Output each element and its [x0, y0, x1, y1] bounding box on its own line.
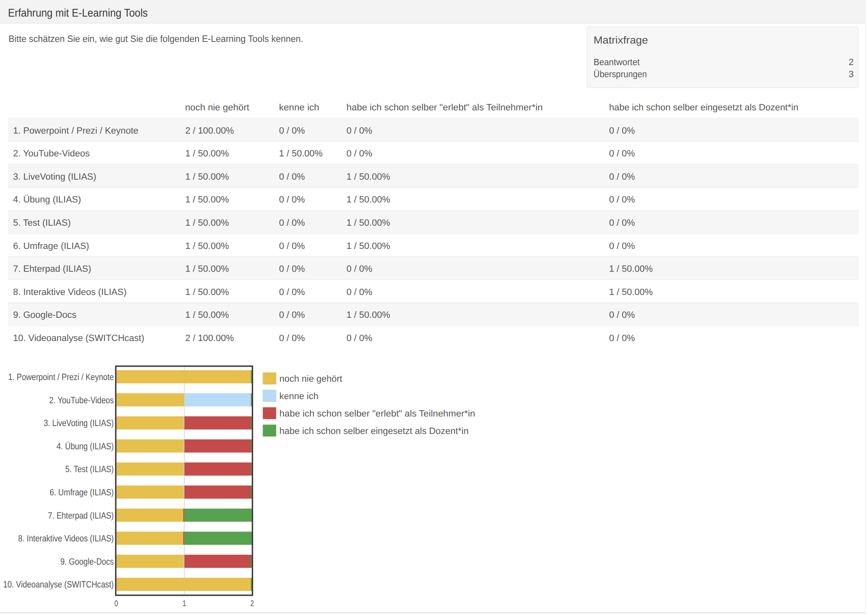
- svg-text:1 / 50.00%: 1 / 50.00%: [185, 241, 229, 251]
- svg-text:0 / 0%: 0 / 0%: [609, 309, 635, 320]
- svg-text:1 / 50.00%: 1 / 50.00%: [346, 194, 390, 205]
- svg-text:0 / 0%: 0 / 0%: [279, 125, 305, 136]
- svg-text:0 / 0%: 0 / 0%: [279, 217, 305, 228]
- svg-text:0 / 0%: 0 / 0%: [609, 333, 635, 343]
- svg-text:habe ich schon selber "erlebt": habe ich schon selber "erlebt" als Teiln…: [279, 408, 475, 419]
- svg-text:10. Videoanalyse (SWITCHcast): 10. Videoanalyse (SWITCHcast): [13, 333, 144, 343]
- svg-text:2: 2: [250, 599, 254, 608]
- svg-text:0 / 0%: 0 / 0%: [609, 171, 635, 182]
- svg-text:Übersprungen: Übersprungen: [594, 69, 647, 79]
- svg-text:4. Übung (ILIAS): 4. Übung (ILIAS): [13, 194, 81, 205]
- svg-text:0 / 0%: 0 / 0%: [609, 217, 635, 228]
- svg-text:1 / 50.00%: 1 / 50.00%: [185, 148, 229, 158]
- svg-text:3. LiveVoting (ILIAS): 3. LiveVoting (ILIAS): [13, 171, 97, 182]
- svg-text:1 / 50.00%: 1 / 50.00%: [185, 309, 229, 320]
- svg-text:0 / 0%: 0 / 0%: [346, 125, 372, 136]
- svg-text:1 / 50.00%: 1 / 50.00%: [609, 263, 653, 274]
- svg-text:1. Powerpoint / Prezi / Keynot: 1. Powerpoint / Prezi / Keynote: [13, 125, 139, 136]
- svg-text:10. Videoanalyse (SWITCHcast): 10. Videoanalyse (SWITCHcast): [3, 579, 114, 590]
- svg-text:2. YouTube-Videos: 2. YouTube-Videos: [13, 148, 90, 158]
- svg-text:0 / 0%: 0 / 0%: [609, 194, 635, 205]
- svg-text:0 / 0%: 0 / 0%: [279, 194, 305, 205]
- svg-text:9. Google-Docs: 9. Google-Docs: [60, 556, 114, 567]
- svg-text:2 / 100.00%: 2 / 100.00%: [185, 333, 234, 343]
- svg-text:habe ich schon selber eingeset: habe ich schon selber eingesetzt als Doz…: [609, 102, 798, 112]
- svg-text:0 / 0%: 0 / 0%: [609, 148, 635, 158]
- svg-text:1 / 50.00%: 1 / 50.00%: [185, 263, 229, 274]
- svg-text:7. Ehterpad (ILIAS): 7. Ehterpad (ILIAS): [48, 510, 114, 521]
- svg-text:1 / 50.00%: 1 / 50.00%: [185, 287, 229, 297]
- svg-text:noch nie gehört: noch nie gehört: [185, 102, 249, 112]
- svg-text:6. Umfrage (ILIAS): 6. Umfrage (ILIAS): [50, 487, 114, 497]
- svg-text:1 / 50.00%: 1 / 50.00%: [185, 217, 229, 228]
- svg-text:Erfahrung mit E-Learning Tools: Erfahrung mit E-Learning Tools: [8, 7, 148, 19]
- svg-text:1. Powerpoint / Prezi / Keynot: 1. Powerpoint / Prezi / Keynote: [8, 372, 114, 382]
- svg-text:1 / 50.00%: 1 / 50.00%: [609, 287, 653, 297]
- svg-text:0 / 0%: 0 / 0%: [346, 333, 372, 343]
- svg-text:kenne ich: kenne ich: [279, 391, 318, 401]
- svg-text:noch nie gehört: noch nie gehört: [279, 373, 342, 384]
- svg-text:1 / 50.00%: 1 / 50.00%: [346, 309, 390, 320]
- svg-text:2 / 100.00%: 2 / 100.00%: [185, 125, 234, 136]
- svg-text:0 / 0%: 0 / 0%: [609, 241, 635, 251]
- svg-text:1 / 50.00%: 1 / 50.00%: [346, 241, 390, 251]
- svg-text:0 / 0%: 0 / 0%: [279, 263, 305, 274]
- svg-text:0 / 0%: 0 / 0%: [279, 333, 305, 343]
- svg-text:9. Google-Docs: 9. Google-Docs: [13, 309, 77, 320]
- svg-text:0 / 0%: 0 / 0%: [609, 125, 635, 136]
- svg-text:3. LiveVoting (ILIAS): 3. LiveVoting (ILIAS): [44, 418, 114, 428]
- svg-text:5. Test (ILIAS): 5. Test (ILIAS): [13, 217, 71, 228]
- svg-text:4. Übung (ILIAS): 4. Übung (ILIAS): [56, 441, 114, 451]
- svg-text:1 / 50.00%: 1 / 50.00%: [346, 217, 390, 228]
- svg-text:0: 0: [115, 599, 118, 608]
- svg-text:1 / 50.00%: 1 / 50.00%: [185, 194, 229, 205]
- svg-text:0 / 0%: 0 / 0%: [346, 148, 372, 158]
- svg-text:0 / 0%: 0 / 0%: [279, 241, 305, 251]
- svg-text:6. Umfrage (ILIAS): 6. Umfrage (ILIAS): [13, 241, 89, 251]
- svg-text:2. YouTube-Videos: 2. YouTube-Videos: [49, 395, 114, 405]
- svg-text:Bitte schätzen Sie ein, wie gu: Bitte schätzen Sie ein, wie gut Sie die …: [9, 34, 303, 44]
- svg-text:habe ich schon selber "erlebt": habe ich schon selber "erlebt" als Teiln…: [346, 102, 543, 112]
- svg-text:0 / 0%: 0 / 0%: [346, 287, 372, 297]
- svg-text:Matrixfrage: Matrixfrage: [594, 34, 648, 46]
- svg-text:0 / 0%: 0 / 0%: [279, 309, 305, 320]
- svg-text:1 / 50.00%: 1 / 50.00%: [279, 148, 322, 158]
- svg-text:0 / 0%: 0 / 0%: [279, 171, 305, 182]
- svg-text:1: 1: [183, 599, 186, 608]
- svg-text:2: 2: [848, 57, 853, 67]
- svg-text:7. Ehterpad (ILIAS): 7. Ehterpad (ILIAS): [13, 263, 91, 274]
- svg-text:kenne ich: kenne ich: [279, 102, 319, 112]
- svg-text:5. Test (ILIAS): 5. Test (ILIAS): [65, 464, 114, 474]
- svg-text:1 / 50.00%: 1 / 50.00%: [185, 171, 229, 182]
- svg-text:habe ich schon selber eingeset: habe ich schon selber eingesetzt als Doz…: [279, 426, 468, 436]
- svg-text:0 / 0%: 0 / 0%: [346, 263, 372, 274]
- svg-text:8. Interaktive Videos (ILIAS): 8. Interaktive Videos (ILIAS): [18, 533, 114, 543]
- svg-text:1 / 50.00%: 1 / 50.00%: [346, 171, 390, 182]
- svg-text:3: 3: [848, 69, 853, 79]
- svg-text:0 / 0%: 0 / 0%: [279, 287, 305, 297]
- svg-text:Beantwortet: Beantwortet: [594, 57, 640, 67]
- svg-text:8. Interaktive Videos (ILIAS): 8. Interaktive Videos (ILIAS): [13, 287, 127, 297]
